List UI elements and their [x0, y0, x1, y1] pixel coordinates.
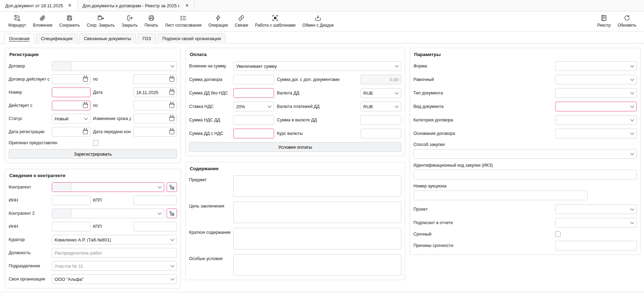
position-text-input[interactable] — [55, 250, 174, 256]
urgency-reasons-input[interactable] — [555, 241, 637, 250]
tab-specification[interactable]: Спецификация — [36, 34, 77, 44]
urgency-reasons-text-input[interactable] — [558, 243, 634, 248]
acts-to-date[interactable] — [133, 101, 177, 110]
calendar-icon[interactable] — [83, 130, 88, 134]
tab-linked-documents[interactable]: Связанные документы — [79, 34, 136, 44]
registration-date-field[interactable] — [52, 127, 91, 137]
vat-sum-text-input[interactable] — [236, 118, 271, 123]
ikz-text-input[interactable] — [416, 172, 634, 177]
urgent-checkbox[interactable] — [555, 231, 561, 237]
transfer-date-field[interactable] — [133, 127, 177, 137]
tab-main[interactable]: Основная — [4, 34, 34, 44]
window-tab-registry[interactable]: Доп.документы к договорам - Реестр за 20… — [77, 0, 195, 11]
special-terms-textarea[interactable] — [233, 254, 401, 276]
currency-rate-text-input[interactable] — [363, 131, 399, 136]
project-combo[interactable] — [555, 204, 637, 214]
contract-basis-combo[interactable] — [555, 129, 637, 138]
currency-rate-input[interactable] — [361, 129, 401, 138]
calendar-icon[interactable] — [83, 103, 88, 108]
document-date-field[interactable] — [133, 87, 177, 97]
calendar-icon[interactable] — [169, 130, 174, 134]
currency-sum-text-input[interactable] — [363, 118, 399, 123]
kpp2-input[interactable] — [133, 222, 177, 231]
position-input[interactable] — [52, 248, 177, 258]
date-input[interactable] — [55, 129, 81, 135]
inn2-input[interactable] — [52, 222, 91, 231]
date-input[interactable] — [136, 116, 167, 121]
dd-sum-no-vat-input[interactable] — [233, 88, 274, 98]
sum-influence-combo[interactable]: Увеличивает сумму — [233, 61, 401, 71]
department-combo[interactable]: Участок № 11 — [52, 261, 177, 271]
calendar-icon[interactable] — [169, 117, 174, 121]
attachments-button[interactable]: Вложения — [29, 14, 56, 28]
tab-signatures[interactable]: Подписи своей организации — [158, 34, 226, 44]
calendar-icon[interactable] — [169, 77, 174, 82]
kpp-input[interactable] — [133, 195, 177, 205]
status-combo[interactable]: Новый — [52, 114, 91, 123]
currency-sum-input[interactable] — [361, 115, 401, 125]
dd-sum-with-vat-text-input[interactable] — [236, 131, 271, 136]
diadoc-exchange-button[interactable]: Обмен с Диадок — [299, 14, 337, 28]
contract-valid-to-date[interactable] — [133, 74, 177, 84]
number-text-input[interactable] — [55, 90, 88, 95]
date-input[interactable] — [136, 77, 167, 82]
calendar-icon[interactable] — [83, 77, 88, 82]
brief-content-textarea[interactable] — [233, 228, 401, 249]
counterparty-combo[interactable] — [52, 182, 164, 192]
vat-sum-input[interactable] — [233, 115, 274, 125]
contract-category-combo[interactable] — [555, 115, 637, 125]
dd-sum-no-vat-text-input[interactable] — [236, 91, 271, 96]
report-signer-combo[interactable] — [555, 218, 637, 228]
payment-terms-button[interactable]: Условия оплаты — [189, 142, 401, 152]
acts-from-date[interactable] — [52, 101, 91, 110]
date-input[interactable] — [136, 103, 167, 108]
kpp-text-input[interactable] — [136, 198, 174, 203]
doc-kind-combo[interactable] — [555, 102, 637, 111]
payment-currency-combo[interactable]: RUB — [361, 102, 401, 111]
purchase-method-combo[interactable] — [413, 149, 637, 159]
close-tab-icon[interactable]: × — [68, 3, 72, 8]
print-button[interactable]: Печать — [141, 14, 161, 28]
dd-currency-combo[interactable]: RUB — [361, 88, 401, 98]
save-close-button[interactable]: Сохр. Закрыть — [83, 14, 118, 28]
templates-button[interactable]: Работа с шаблонами — [252, 14, 299, 28]
doc-type-combo[interactable] — [555, 88, 637, 98]
registry-button[interactable]: Реестр — [594, 14, 614, 28]
counterparty-org-structure-button[interactable] — [167, 182, 177, 192]
dd-sum-with-vat-input[interactable] — [233, 129, 274, 138]
term-change-date[interactable] — [133, 114, 177, 123]
save-button[interactable]: Сохранить — [56, 14, 83, 28]
refresh-button[interactable]: Обновить — [614, 14, 640, 28]
curator-combo[interactable]: Коваленко А.Р. (Таб.№801) — [52, 235, 177, 245]
inn2-text-input[interactable] — [55, 224, 88, 229]
approval-sheet-button[interactable]: Лист согласования — [161, 14, 205, 28]
contract-combo[interactable] — [52, 61, 177, 71]
register-button[interactable]: Зарегистрировать — [9, 149, 177, 159]
goal-textarea[interactable] — [233, 202, 401, 223]
date-input[interactable] — [136, 129, 167, 135]
close-tab-icon[interactable]: × — [185, 3, 189, 8]
number-input[interactable] — [52, 87, 91, 97]
inn-input[interactable] — [52, 195, 91, 205]
original-provided-checkbox[interactable] — [93, 140, 99, 146]
auction-number-input[interactable] — [413, 191, 588, 200]
tab-goz[interactable]: ГОЗ — [138, 34, 156, 44]
contract-sum-text-input[interactable] — [236, 77, 271, 82]
date-input[interactable] — [55, 77, 81, 82]
form-combo[interactable] — [555, 61, 637, 71]
route-button[interactable]: Маршрут — [5, 14, 29, 28]
calendar-icon[interactable] — [169, 103, 174, 108]
vat-rate-combo[interactable]: 20% — [233, 102, 274, 111]
contract-valid-from-date[interactable] — [52, 74, 91, 84]
date-input[interactable] — [55, 103, 81, 108]
contract-sum-input[interactable] — [233, 75, 274, 84]
counterparty2-org-structure-button[interactable] — [167, 209, 177, 218]
calendar-icon[interactable] — [169, 90, 174, 95]
operations-button[interactable]: Операции — [205, 14, 231, 28]
kpp2-text-input[interactable] — [136, 224, 174, 229]
window-tab-document[interactable]: Доп.документ от 18.11.2025 × — [0, 0, 77, 11]
ikz-input[interactable] — [413, 170, 637, 179]
date-input[interactable] — [136, 90, 167, 95]
own-organization-combo[interactable]: ООО "Альфа" — [52, 274, 177, 284]
auction-number-text-input[interactable] — [416, 193, 585, 198]
